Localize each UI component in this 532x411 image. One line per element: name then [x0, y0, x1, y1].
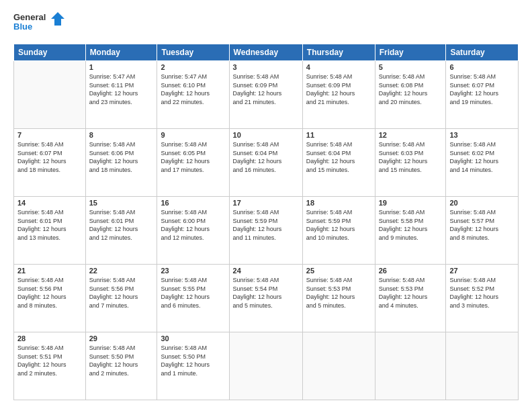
day-number: 8 [89, 131, 154, 139]
day-number: 5 [379, 63, 443, 71]
day-cell: 1Sunrise: 5:47 AM Sunset: 6:11 PM Daylig… [85, 61, 157, 129]
day-info: Sunrise: 5:48 AM Sunset: 6:01 PM Dayligh… [17, 208, 82, 242]
day-cell: 6Sunrise: 5:48 AM Sunset: 6:07 PM Daylig… [446, 61, 519, 129]
day-number: 17 [233, 199, 299, 207]
day-cell [302, 332, 375, 400]
day-cell: 15Sunrise: 5:48 AM Sunset: 6:01 PM Dayli… [85, 197, 157, 265]
day-info: Sunrise: 5:48 AM Sunset: 6:07 PM Dayligh… [449, 73, 515, 106]
day-cell [446, 332, 519, 400]
day-cell: 22Sunrise: 5:48 AM Sunset: 5:56 PM Dayli… [85, 265, 157, 332]
day-info: Sunrise: 5:48 AM Sunset: 5:53 PM Dayligh… [306, 276, 371, 310]
day-info: Sunrise: 5:48 AM Sunset: 6:07 PM Dayligh… [17, 140, 82, 174]
day-cell: 8Sunrise: 5:48 AM Sunset: 6:06 PM Daylig… [85, 129, 157, 197]
day-number: 23 [161, 267, 225, 275]
day-cell: 3Sunrise: 5:48 AM Sunset: 6:09 PM Daylig… [229, 61, 302, 129]
day-number: 22 [89, 267, 154, 275]
weekday-friday: Friday [375, 44, 446, 61]
svg-marker-2 [51, 12, 64, 26]
day-info: Sunrise: 5:48 AM Sunset: 6:08 PM Dayligh… [379, 73, 443, 106]
day-number: 20 [449, 199, 515, 207]
day-cell: 19Sunrise: 5:48 AM Sunset: 5:58 PM Dayli… [375, 197, 446, 265]
weekday-saturday: Saturday [446, 44, 519, 61]
day-cell: 29Sunrise: 5:48 AM Sunset: 5:50 PM Dayli… [85, 332, 157, 400]
day-cell: 17Sunrise: 5:48 AM Sunset: 5:59 PM Dayli… [229, 197, 302, 265]
day-number: 12 [379, 131, 443, 139]
day-number: 3 [233, 63, 299, 71]
weekday-header-row: SundayMondayTuesdayWednesdayThursdayFrid… [14, 44, 519, 61]
day-info: Sunrise: 5:48 AM Sunset: 6:09 PM Dayligh… [233, 73, 299, 106]
week-row-2: 7Sunrise: 5:48 AM Sunset: 6:07 PM Daylig… [14, 129, 519, 197]
weekday-thursday: Thursday [302, 44, 375, 61]
day-cell: 7Sunrise: 5:48 AM Sunset: 6:07 PM Daylig… [14, 129, 86, 197]
day-info: Sunrise: 5:48 AM Sunset: 5:54 PM Dayligh… [233, 276, 299, 310]
week-row-1: 1Sunrise: 5:47 AM Sunset: 6:11 PM Daylig… [14, 61, 519, 129]
day-info: Sunrise: 5:48 AM Sunset: 5:59 PM Dayligh… [233, 208, 299, 242]
day-number: 13 [449, 131, 515, 139]
day-info: Sunrise: 5:48 AM Sunset: 5:57 PM Dayligh… [449, 208, 515, 242]
page: General Blue SundayMondayTuesdayWednesda… [0, 0, 532, 411]
day-cell: 16Sunrise: 5:48 AM Sunset: 6:00 PM Dayli… [157, 197, 229, 265]
day-number: 11 [306, 131, 371, 139]
day-cell: 23Sunrise: 5:48 AM Sunset: 5:55 PM Dayli… [157, 265, 229, 332]
day-cell: 5Sunrise: 5:48 AM Sunset: 6:08 PM Daylig… [375, 61, 446, 129]
day-cell: 21Sunrise: 5:48 AM Sunset: 5:56 PM Dayli… [14, 265, 86, 332]
day-cell [229, 332, 302, 400]
day-info: Sunrise: 5:47 AM Sunset: 6:11 PM Dayligh… [89, 73, 154, 106]
calendar: SundayMondayTuesdayWednesdayThursdayFrid… [13, 44, 519, 400]
day-cell: 4Sunrise: 5:48 AM Sunset: 6:09 PM Daylig… [302, 61, 375, 129]
day-info: Sunrise: 5:48 AM Sunset: 5:50 PM Dayligh… [89, 344, 154, 377]
day-number: 7 [17, 131, 82, 139]
week-row-4: 21Sunrise: 5:48 AM Sunset: 5:56 PM Dayli… [14, 265, 519, 332]
day-number: 27 [449, 267, 515, 275]
weekday-monday: Monday [85, 44, 157, 61]
day-number: 4 [306, 63, 371, 71]
week-row-5: 28Sunrise: 5:48 AM Sunset: 5:51 PM Dayli… [14, 332, 519, 400]
day-info: Sunrise: 5:48 AM Sunset: 5:55 PM Dayligh… [161, 276, 225, 310]
day-number: 14 [17, 199, 82, 207]
day-number: 18 [306, 199, 371, 207]
day-cell: 9Sunrise: 5:48 AM Sunset: 6:05 PM Daylig… [157, 129, 229, 197]
day-info: Sunrise: 5:48 AM Sunset: 6:03 PM Dayligh… [379, 140, 443, 174]
day-info: Sunrise: 5:48 AM Sunset: 5:53 PM Dayligh… [379, 276, 443, 310]
day-number: 1 [89, 63, 154, 71]
day-info: Sunrise: 5:48 AM Sunset: 6:00 PM Dayligh… [161, 208, 225, 242]
header: General Blue [13, 11, 519, 37]
day-info: Sunrise: 5:48 AM Sunset: 6:06 PM Dayligh… [89, 140, 154, 174]
day-number: 16 [161, 199, 225, 207]
day-cell: 10Sunrise: 5:48 AM Sunset: 6:04 PM Dayli… [229, 129, 302, 197]
day-number: 26 [379, 267, 443, 275]
day-info: Sunrise: 5:48 AM Sunset: 5:56 PM Dayligh… [89, 276, 154, 310]
day-number: 10 [233, 131, 299, 139]
svg-text:Blue: Blue [13, 21, 32, 32]
day-info: Sunrise: 5:48 AM Sunset: 6:05 PM Dayligh… [161, 140, 225, 174]
day-cell: 28Sunrise: 5:48 AM Sunset: 5:51 PM Dayli… [14, 332, 86, 400]
day-number: 25 [306, 267, 371, 275]
day-cell: 27Sunrise: 5:48 AM Sunset: 5:52 PM Dayli… [446, 265, 519, 332]
day-info: Sunrise: 5:48 AM Sunset: 5:50 PM Dayligh… [161, 344, 225, 377]
day-number: 28 [17, 334, 82, 342]
day-number: 24 [233, 267, 299, 275]
day-info: Sunrise: 5:48 AM Sunset: 6:09 PM Dayligh… [306, 73, 371, 106]
day-number: 30 [161, 334, 225, 342]
day-cell: 2Sunrise: 5:47 AM Sunset: 6:10 PM Daylig… [157, 61, 229, 129]
day-info: Sunrise: 5:48 AM Sunset: 6:04 PM Dayligh… [233, 140, 299, 174]
day-info: Sunrise: 5:48 AM Sunset: 6:01 PM Dayligh… [89, 208, 154, 242]
day-info: Sunrise: 5:48 AM Sunset: 6:04 PM Dayligh… [306, 140, 371, 174]
day-cell: 11Sunrise: 5:48 AM Sunset: 6:04 PM Dayli… [302, 129, 375, 197]
day-cell [14, 61, 86, 129]
day-number: 15 [89, 199, 154, 207]
day-number: 6 [449, 63, 515, 71]
day-cell: 20Sunrise: 5:48 AM Sunset: 5:57 PM Dayli… [446, 197, 519, 265]
day-info: Sunrise: 5:48 AM Sunset: 5:58 PM Dayligh… [379, 208, 443, 242]
day-cell: 24Sunrise: 5:48 AM Sunset: 5:54 PM Dayli… [229, 265, 302, 332]
day-number: 2 [161, 63, 225, 71]
day-cell: 12Sunrise: 5:48 AM Sunset: 6:03 PM Dayli… [375, 129, 446, 197]
day-number: 9 [161, 131, 225, 139]
day-cell [375, 332, 446, 400]
day-number: 29 [89, 334, 154, 342]
svg-text:General: General [13, 12, 46, 22]
weekday-sunday: Sunday [14, 44, 86, 61]
logo-text: General Blue [13, 11, 67, 37]
day-info: Sunrise: 5:48 AM Sunset: 5:56 PM Dayligh… [17, 276, 82, 310]
day-info: Sunrise: 5:48 AM Sunset: 5:59 PM Dayligh… [306, 208, 371, 242]
